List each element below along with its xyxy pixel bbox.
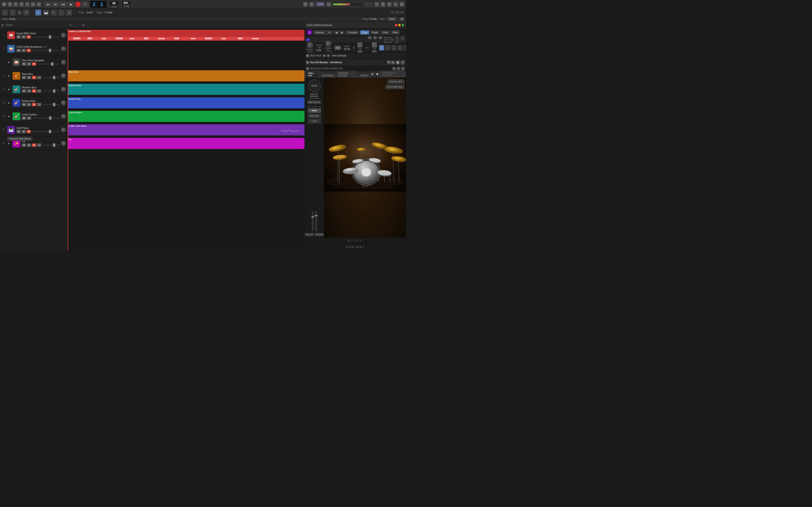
track-fader-15[interactable] bbox=[43, 104, 60, 105]
reverb-label-btn[interactable]: REVERB bbox=[315, 233, 324, 236]
expand-button-8[interactable]: ▶ bbox=[7, 74, 11, 78]
loop-icon[interactable]: ⇌ bbox=[66, 10, 72, 15]
solo-button-26[interactable]: S bbox=[27, 144, 31, 147]
master-label-btn[interactable]: MASTER bbox=[305, 233, 314, 236]
multirack-toggle-icon[interactable]: ▼ bbox=[306, 54, 309, 57]
sub-icon3[interactable] bbox=[401, 67, 405, 70]
info-icon2[interactable]: ℹ bbox=[392, 61, 395, 64]
audio-block-fx[interactable]: FX bbox=[68, 138, 305, 149]
piano-roll-icon[interactable]: 🎹 bbox=[43, 10, 49, 15]
record-button-1[interactable]: R bbox=[27, 35, 31, 39]
tab-about[interactable]: ABOUT bbox=[358, 73, 370, 78]
rewind-button[interactable]: ⏮ bbox=[45, 2, 51, 7]
solo-button-15[interactable]: S bbox=[27, 103, 31, 106]
tab-groove-player[interactable]: GROOVE PLAYER bbox=[336, 71, 357, 78]
maximize-button[interactable] bbox=[402, 24, 404, 26]
wave-display-icon[interactable] bbox=[395, 36, 399, 44]
vol-knob-2[interactable] bbox=[61, 46, 66, 51]
metronome2-icon[interactable]: ♩ bbox=[326, 2, 331, 6]
cpu-low-button[interactable]: LOW bbox=[308, 119, 321, 123]
record-button-25[interactable]: R bbox=[27, 130, 31, 133]
vol-knob-18[interactable] bbox=[61, 114, 66, 119]
to-start-button[interactable]: ⏮| bbox=[60, 2, 67, 7]
copy-button[interactable]: Copy bbox=[360, 31, 369, 35]
grid-icon[interactable]: ⊞ bbox=[381, 2, 385, 6]
fader-thumb-26[interactable] bbox=[53, 144, 55, 147]
audio-block-piano[interactable]: LABS: Soft Piano bbox=[68, 124, 305, 135]
kontakt-preset-dropdown[interactable]: Manual ▼ bbox=[313, 31, 333, 35]
fader-thumb-18[interactable] bbox=[49, 116, 51, 120]
instrument-expand-icon[interactable]: ▼ bbox=[306, 61, 309, 64]
settings-icon2[interactable] bbox=[373, 36, 377, 39]
record-button-26[interactable]: R bbox=[32, 144, 36, 147]
tempo-display[interactable]: 95 bbox=[109, 1, 119, 6]
save-icon[interactable] bbox=[368, 36, 371, 39]
audio-block-octave[interactable]: Octave Bus bbox=[68, 97, 305, 108]
parallel-button[interactable]: PARALLEL bbox=[388, 79, 405, 84]
mute-button-8[interactable]: M bbox=[22, 76, 26, 79]
input-button-12[interactable]: I bbox=[37, 89, 41, 93]
inspector-icon[interactable]: i bbox=[10, 10, 15, 15]
mute-button-2[interactable]: M bbox=[16, 49, 21, 52]
vol-knob-12[interactable] bbox=[61, 87, 66, 92]
audio-block-bass[interactable]: Bass Bus bbox=[68, 70, 305, 81]
mute-button-25[interactable]: M bbox=[16, 130, 21, 133]
audio-block-lead[interactable]: Lead Guitars bbox=[68, 111, 305, 122]
solo-button-1[interactable]: S bbox=[21, 35, 26, 39]
track-fader-1[interactable] bbox=[33, 37, 60, 38]
question-icon[interactable]: ? bbox=[13, 2, 18, 6]
redo-button[interactable]: Redo bbox=[391, 31, 400, 35]
mute-button-3[interactable]: M bbox=[22, 62, 26, 66]
record-button-8[interactable]: R bbox=[32, 76, 36, 79]
alert-icon2[interactable]: ! bbox=[354, 46, 354, 50]
solo-button-8[interactable]: S bbox=[27, 76, 31, 79]
page-range-ksp[interactable]: KSP bbox=[404, 45, 406, 50]
search-icon[interactable]: ⌕ bbox=[394, 2, 398, 6]
vol-knob-1[interactable] bbox=[61, 33, 66, 38]
master-vol-value[interactable]: -5.00 bbox=[316, 49, 321, 52]
tab-full-kit[interactable]: FULL KIT bbox=[306, 71, 319, 78]
vol-knob-26[interactable] bbox=[61, 141, 66, 146]
mute-button-26[interactable]: M bbox=[22, 144, 26, 147]
play-button[interactable]: ▶ bbox=[68, 2, 74, 7]
record-button-3[interactable]: R bbox=[32, 62, 36, 66]
scissors-icon[interactable]: ✂ bbox=[37, 2, 41, 6]
input-button-15[interactable]: I bbox=[37, 103, 41, 106]
solo-button-12[interactable]: S bbox=[27, 89, 31, 93]
page-range-17-32[interactable]: 17-32 bbox=[385, 45, 391, 50]
bpm-value[interactable]: 95.00 bbox=[344, 48, 350, 50]
arrow-icon[interactable]: ↔ bbox=[58, 10, 64, 15]
record-icon2[interactable]: ⊗ bbox=[303, 2, 308, 6]
record-button[interactable] bbox=[75, 2, 81, 7]
midi-block-1[interactable]: ANIMALS DRUM MIDI bbox=[68, 30, 305, 41]
snap-value[interactable]: Smart bbox=[86, 11, 93, 14]
mute-button-12[interactable]: M bbox=[22, 89, 26, 93]
playback-icon1[interactable]: ▶ bbox=[371, 72, 374, 76]
fader-thumb-8[interactable] bbox=[53, 76, 55, 79]
pencil-icon[interactable]: ✏ bbox=[51, 10, 57, 15]
sub-icon1[interactable] bbox=[393, 67, 396, 70]
page-range-49-64[interactable]: 49-64 bbox=[398, 45, 403, 50]
expand-button-15[interactable]: ▶ bbox=[7, 101, 11, 105]
expand-icon[interactable]: ⬚ bbox=[401, 36, 405, 40]
vol-knob-3[interactable] bbox=[61, 60, 66, 65]
list-icon[interactable]: ≡ bbox=[387, 2, 392, 6]
time-sig-display[interactable]: 4/4 Cmaj bbox=[121, 0, 131, 8]
mute-button-1[interactable]: M bbox=[16, 35, 21, 39]
vol-knob-8[interactable] bbox=[61, 73, 66, 78]
expand-button-18[interactable]: ▶ bbox=[7, 114, 11, 118]
kontakt-power-button[interactable]: ⏻ bbox=[307, 30, 312, 35]
track-fader-8[interactable] bbox=[43, 77, 60, 78]
s-button[interactable]: S bbox=[17, 10, 21, 15]
nav-forward-button[interactable]: ▶ bbox=[340, 31, 345, 35]
track-fader-12[interactable] bbox=[43, 91, 60, 92]
paste-button[interactable]: Paste bbox=[370, 31, 380, 35]
add-track-button[interactable]: + bbox=[2, 10, 8, 15]
multi-out-badge[interactable]: MULTI OUT ▼ bbox=[307, 101, 321, 104]
playback-icon2[interactable]: ⏹ bbox=[375, 72, 379, 76]
audio-block-rhythm[interactable]: Rhythm Bus bbox=[68, 84, 305, 95]
info-icon[interactable]: ℹ bbox=[8, 2, 12, 6]
fader-thumb-12[interactable] bbox=[53, 89, 55, 93]
tuner-icon[interactable]: ♦ bbox=[31, 2, 35, 6]
track-fader-26[interactable] bbox=[43, 145, 60, 146]
